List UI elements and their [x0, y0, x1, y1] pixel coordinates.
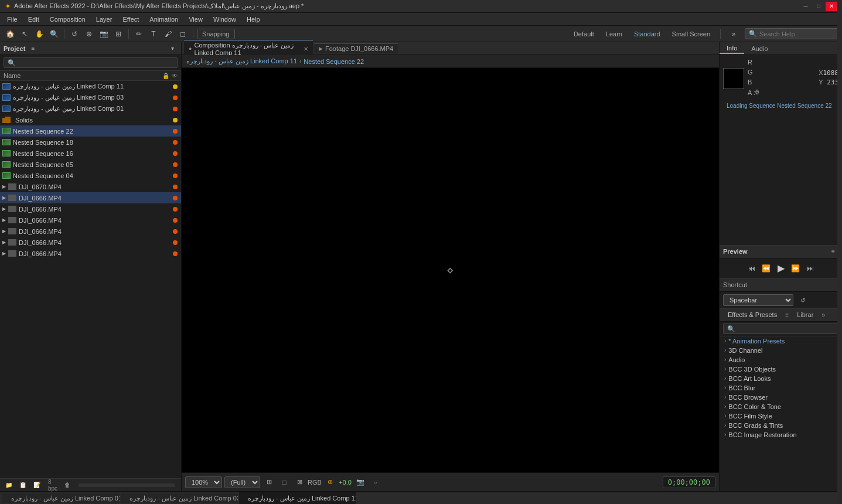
project-item-ns05[interactable]: Nested Sequence 05 — [0, 159, 181, 170]
project-item-comp03[interactable]: زمین عباس - رودبارچره Linked Comp 03 — [0, 92, 181, 103]
library-tab[interactable]: Librar — [792, 310, 818, 320]
composition-tab-close[interactable]: ✕ — [304, 46, 308, 52]
timeline-tab-comp11[interactable]: زمین عباس - رودبارچره Linked Comp 11 ✕ ≡ — [239, 492, 356, 505]
composition-tab[interactable]: ● Composition زمین عباس - رودبارچره Link… — [184, 40, 313, 57]
menu-animation[interactable]: Animation — [145, 15, 183, 24]
region-toggle[interactable]: ▫ — [369, 476, 382, 489]
project-item-dji0670[interactable]: ▶ DJI_0670.MP4 — [0, 181, 181, 192]
camera-icon[interactable]: 📷 — [354, 476, 367, 489]
camera-tool[interactable]: 📷 — [97, 28, 110, 40]
breadcrumb-nested[interactable]: Nested Sequence 22 — [304, 58, 364, 65]
workspace-standard[interactable]: Standard — [630, 29, 664, 39]
menu-composition[interactable]: Composition — [45, 15, 90, 24]
new-comp-icon[interactable]: 📋 — [18, 480, 28, 491]
workspace-learn[interactable]: Learn — [602, 29, 626, 39]
menu-layer[interactable]: Layer — [91, 15, 117, 24]
project-item-dji0666d[interactable]: ▶ DJI_0666.MP4 — [0, 226, 181, 237]
effects-scrollbar[interactable] — [837, 0, 842, 504]
effects-item-bcccolor[interactable]: › BCC Color & Tone — [720, 402, 842, 411]
workspace-more[interactable]: » — [727, 28, 740, 40]
preview-first-btn[interactable]: ⏮ — [745, 262, 758, 275]
hand-tool[interactable]: ✋ — [33, 28, 46, 40]
puppet-tool[interactable]: ⊕ — [83, 28, 96, 40]
home-tool[interactable]: 🏠 — [4, 28, 16, 40]
project-item-dji0666f[interactable]: ▶ DJI_0666.MP4 — [0, 248, 181, 259]
channel-select[interactable]: RGB — [308, 476, 321, 489]
pen-tool[interactable]: ✏ — [132, 28, 145, 40]
eraser-tool[interactable]: ◻ — [176, 28, 189, 40]
effects-expand-icon[interactable]: » — [818, 309, 829, 320]
timeline-tab-comp01[interactable]: زمین عباس - رودبارچره Linked Comp 01 — [2, 493, 120, 503]
close-button[interactable]: ✕ — [826, 2, 837, 11]
zoom-selector[interactable]: 100% 50% 200% — [185, 476, 222, 488]
text-tool[interactable]: T — [147, 28, 160, 40]
shortcut-reset-icon[interactable]: ↺ — [797, 295, 808, 305]
brush-tool[interactable]: 🖌 — [162, 28, 175, 40]
project-item-ns18[interactable]: Nested Sequence 18 — [0, 137, 181, 148]
project-item-dji0666a[interactable]: ▶ DJI_0666.MP4 — [0, 192, 181, 203]
project-item-ns16[interactable]: Nested Sequence 16 — [0, 148, 181, 159]
project-menu-icon[interactable]: ≡ — [28, 43, 38, 54]
rotate-tool[interactable]: ↺ — [68, 28, 81, 40]
menu-file[interactable]: File — [2, 15, 22, 24]
zoom-tool[interactable]: 🔍 — [47, 28, 60, 40]
footage-tab[interactable]: ▶ Footage DJI_0666.MP4 — [314, 43, 398, 53]
project-item-solids[interactable]: Solids — [0, 114, 181, 125]
project-item-ns22[interactable]: Nested Sequence 22 — [0, 125, 181, 137]
timeline-tab-comp03[interactable]: زمین عباس - رودبارچره Linked Comp 03 — [121, 493, 238, 503]
effects-item-bccblur[interactable]: › BCC Blur — [720, 383, 842, 393]
grid-toggle[interactable]: ⊞ — [263, 476, 275, 489]
color-swatch[interactable] — [723, 68, 744, 89]
menu-view[interactable]: View — [184, 15, 207, 24]
project-item-dji0666b[interactable]: ▶ DJI_0666.MP4 — [0, 203, 181, 214]
project-item-dji0666c[interactable]: ▶ DJI_0666.MP4 — [0, 214, 181, 226]
effects-item-bccbrowser[interactable]: › BCC Browser — [720, 393, 842, 402]
pan-tool[interactable]: ⊞ — [112, 28, 125, 40]
menu-help[interactable]: Help — [242, 15, 265, 24]
effects-item-bccgrads[interactable]: › BCC Grads & Tints — [720, 421, 842, 430]
project-item-dji0666e[interactable]: ▶ DJI_0666.MP4 — [0, 237, 181, 248]
snapping-toggle[interactable]: Snapping — [197, 29, 235, 39]
audio-tab[interactable]: Audio — [744, 44, 775, 53]
chevron-right-icon: › — [724, 356, 726, 363]
preview-prev-btn[interactable]: ⏪ — [760, 262, 773, 275]
transparency-toggle[interactable]: ⊠ — [293, 476, 306, 489]
color-picker[interactable]: ⊕ — [323, 476, 336, 489]
effects-item-3dchannel[interactable]: › 3D Channel — [720, 346, 842, 355]
effects-item-audio[interactable]: › Audio — [720, 355, 842, 365]
safe-zones-toggle[interactable]: □ — [278, 476, 291, 489]
project-search-input[interactable] — [4, 57, 178, 68]
effects-item-bccfilm[interactable]: › BCC Film Style — [720, 411, 842, 421]
project-item-comp11[interactable]: زمین عباس - رودبارچره Linked Comp 11 — [0, 81, 181, 92]
effects-presets-tab[interactable]: Effects & Presets — [723, 310, 782, 320]
shortcut-select[interactable]: Spacebar Enter — [723, 294, 793, 306]
quality-selector[interactable]: (Full) (Half) — [224, 476, 260, 488]
project-item-ns04[interactable]: Nested Sequence 04 — [0, 170, 181, 181]
effects-item-anim-presets[interactable]: › * Animation Presets — [720, 336, 842, 346]
effects-item-bcc3d[interactable]: › BCC 3D Objects — [720, 365, 842, 374]
effects-item-bccart[interactable]: › BCC Art Looks — [720, 374, 842, 383]
effects-item-bccimage[interactable]: › BCC Image Restoration — [720, 430, 842, 440]
workspace-default[interactable]: Default — [570, 29, 598, 39]
gain-control[interactable]: +0.0 — [339, 476, 352, 489]
minimize-button[interactable]: ─ — [800, 2, 812, 11]
search-input[interactable] — [759, 30, 834, 38]
effects-menu-icon[interactable]: ≡ — [782, 309, 792, 320]
project-options-icon[interactable]: ▾ — [167, 43, 178, 54]
new-folder-icon[interactable]: 📁 — [4, 480, 14, 491]
menu-window[interactable]: Window — [209, 15, 241, 24]
effects-search-input[interactable] — [723, 323, 838, 334]
preview-play-btn[interactable]: ▶ — [775, 262, 788, 275]
workspace-small-screen[interactable]: Small Screen — [669, 29, 714, 39]
delete-icon[interactable]: 🗑 — [62, 480, 73, 491]
info-tab[interactable]: Info — [720, 43, 744, 54]
preview-last-btn[interactable]: ⏭ — [804, 262, 817, 275]
new-item-icon[interactable]: 📝 — [32, 480, 42, 491]
menu-edit[interactable]: Edit — [23, 15, 44, 24]
select-tool[interactable]: ↖ — [18, 28, 31, 40]
preview-next-btn[interactable]: ⏩ — [789, 262, 802, 275]
maximize-button[interactable]: □ — [813, 2, 824, 11]
menu-effect[interactable]: Effect — [118, 15, 144, 24]
project-item-comp01[interactable]: زمین عباس - رودبارچره Linked Comp 01 — [0, 103, 181, 114]
breadcrumb-comp[interactable]: زمین عباس - رودبارچره Linked Comp 11 — [186, 57, 297, 65]
